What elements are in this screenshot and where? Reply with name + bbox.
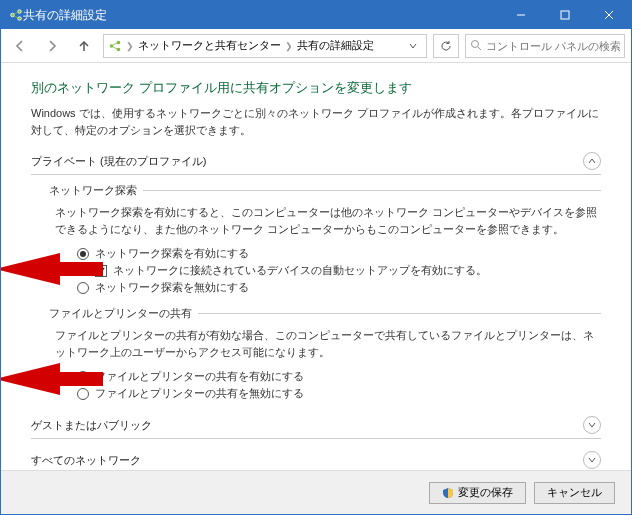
chevron-down-icon[interactable] — [404, 41, 422, 51]
button-label: 変更の保存 — [458, 485, 513, 500]
radio-discovery-disable[interactable]: ネットワーク探索を無効にする — [77, 279, 601, 296]
section-title: ネットワーク探索 — [49, 183, 143, 198]
svg-point-12 — [117, 47, 121, 51]
radio-share-enable[interactable]: ファイルとプリンターの共有を有効にする — [77, 368, 601, 385]
page-heading: 別のネットワーク プロファイル用に共有オプションを変更します — [31, 79, 601, 97]
svg-point-2 — [18, 17, 22, 21]
save-button[interactable]: 変更の保存 — [429, 482, 526, 504]
chevron-down-icon[interactable] — [583, 451, 601, 469]
checkbox-label: ネットワークに接続されているデバイスの自動セットアップを有効にする。 — [113, 263, 487, 278]
chevron-right-icon: ❯ — [285, 41, 293, 51]
profile-header-all[interactable]: すべてのネットワーク — [31, 447, 601, 470]
cancel-button[interactable]: キャンセル — [534, 482, 615, 504]
chevron-down-icon[interactable] — [583, 416, 601, 434]
window: 共有の詳細設定 ❯ ネットワークと共有センター ❯ 共有の詳細設定 別のネットワ… — [0, 0, 632, 515]
section-description: ネットワーク探索を有効にすると、このコンピューターは他のネットワーク コンピュー… — [55, 204, 601, 237]
window-title: 共有の詳細設定 — [23, 7, 499, 24]
titlebar: 共有の詳細設定 — [1, 1, 631, 29]
search-box[interactable] — [465, 34, 625, 58]
radio-icon — [77, 282, 89, 294]
svg-line-3 — [14, 12, 18, 14]
divider — [143, 190, 601, 191]
profile-header-private[interactable]: プライベート (現在のプロファイル) — [31, 148, 601, 175]
share-icon — [9, 8, 23, 22]
checkbox-auto-setup[interactable]: ネットワークに接続されているデバイスの自動セットアップを有効にする。 — [95, 262, 601, 279]
forward-button[interactable] — [39, 33, 65, 59]
button-label: キャンセル — [547, 485, 602, 500]
footer: 変更の保存 キャンセル — [1, 470, 631, 514]
radio-icon — [77, 371, 89, 383]
radio-label: ファイルとプリンターの共有を無効にする — [95, 386, 304, 401]
section-description: ファイルとプリンターの共有が有効な場合、このコンピューターで共有しているファイル… — [55, 327, 601, 360]
share-icon — [108, 39, 122, 53]
radio-icon — [77, 388, 89, 400]
breadcrumb-item[interactable]: ネットワークと共有センター — [138, 38, 281, 53]
profile-label: プライベート (現在のプロファイル) — [31, 154, 583, 169]
radio-icon — [77, 248, 89, 260]
svg-line-4 — [14, 16, 18, 18]
chevron-up-icon[interactable] — [583, 152, 601, 170]
radio-label: ネットワーク探索を無効にする — [95, 280, 249, 295]
profile-label: すべてのネットワーク — [31, 453, 583, 468]
profile-header-guest[interactable]: ゲストまたはパブリック — [31, 412, 601, 439]
chevron-right-icon: ❯ — [126, 41, 134, 51]
shield-icon — [442, 487, 454, 499]
svg-point-11 — [117, 40, 121, 44]
radio-label: ネットワーク探索を有効にする — [95, 246, 249, 261]
toolbar: ❯ ネットワークと共有センター ❯ 共有の詳細設定 — [1, 29, 631, 63]
radio-share-disable[interactable]: ファイルとプリンターの共有を無効にする — [77, 385, 601, 402]
section-file-printer-sharing: ファイルとプリンターの共有 ファイルとプリンターの共有が有効な場合、このコンピュ… — [49, 306, 601, 402]
profile-label: ゲストまたはパブリック — [31, 418, 583, 433]
close-button[interactable] — [587, 1, 631, 29]
search-input[interactable] — [486, 40, 620, 52]
svg-line-13 — [113, 42, 117, 44]
svg-rect-6 — [561, 11, 569, 19]
minimize-button[interactable] — [499, 1, 543, 29]
radio-discovery-enable[interactable]: ネットワーク探索を有効にする — [77, 245, 601, 262]
content: 別のネットワーク プロファイル用に共有オプションを変更します Windows で… — [1, 63, 631, 470]
radio-label: ファイルとプリンターの共有を有効にする — [95, 369, 304, 384]
search-icon — [470, 39, 482, 53]
section-title: ファイルとプリンターの共有 — [49, 306, 198, 321]
divider — [198, 313, 601, 314]
svg-point-15 — [472, 40, 479, 47]
back-button[interactable] — [7, 33, 33, 59]
refresh-button[interactable] — [433, 34, 459, 58]
up-button[interactable] — [71, 33, 97, 59]
checkbox-icon — [95, 265, 107, 277]
breadcrumb-item[interactable]: 共有の詳細設定 — [297, 38, 374, 53]
maximize-button[interactable] — [543, 1, 587, 29]
section-network-discovery: ネットワーク探索 ネットワーク探索を有効にすると、このコンピューターは他のネット… — [49, 183, 601, 296]
svg-line-16 — [478, 47, 481, 50]
page-description: Windows では、使用するネットワークごとに別々のネットワーク プロファイル… — [31, 105, 601, 138]
svg-line-14 — [113, 46, 117, 48]
svg-point-1 — [18, 10, 22, 14]
breadcrumb[interactable]: ❯ ネットワークと共有センター ❯ 共有の詳細設定 — [103, 34, 427, 58]
